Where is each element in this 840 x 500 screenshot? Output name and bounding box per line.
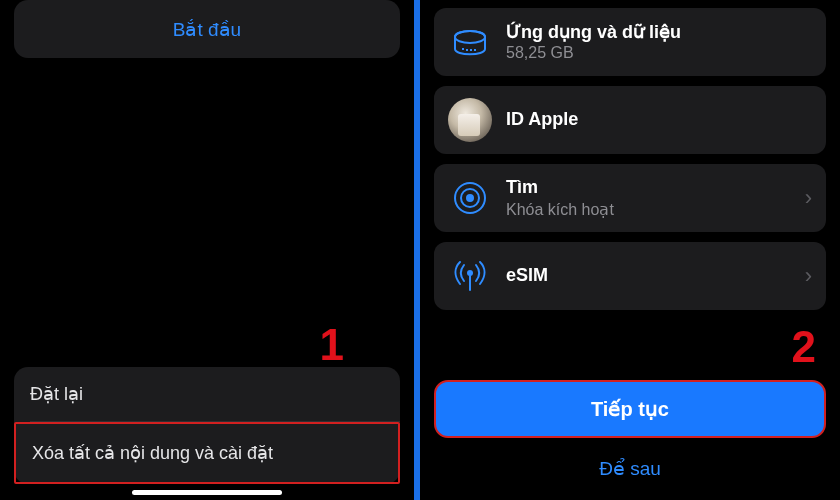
continue-label: Tiếp tục (591, 397, 669, 421)
reset-label: Đặt lại (30, 384, 83, 404)
item-title: Ứng dụng và dữ liệu (506, 22, 812, 44)
list-item-find[interactable]: Tìm Khóa kích hoạt › (434, 164, 826, 232)
later-label: Để sau (599, 458, 661, 479)
screen-1: Bắt đầu 1 Đặt lại Xóa tất cả nội dung và… (0, 0, 414, 500)
start-button[interactable]: Bắt đầu (14, 0, 400, 58)
avatar-icon (448, 98, 492, 142)
reset-option[interactable]: Đặt lại (14, 367, 400, 421)
erase-all-option[interactable]: Xóa tất cả nội dung và cài đặt (14, 422, 400, 484)
screen-2: Ứng dụng và dữ liệu 58,25 GB ID Apple (420, 0, 840, 500)
summary-list: Ứng dụng và dữ liệu 58,25 GB ID Apple (420, 0, 840, 310)
item-text: eSIM (506, 265, 799, 287)
reset-card: Đặt lại Xóa tất cả nội dung và cài đặt (14, 367, 400, 484)
item-title: eSIM (506, 265, 799, 287)
continue-wrap: Tiếp tục (434, 380, 826, 438)
list-item-esim[interactable]: eSIM › (434, 242, 826, 310)
annotation-2: 2 (792, 322, 816, 372)
svg-point-0 (455, 31, 485, 43)
erase-label: Xóa tất cả nội dung và cài đặt (32, 443, 273, 463)
item-title: Tìm (506, 177, 799, 199)
start-label: Bắt đầu (173, 18, 241, 41)
later-link[interactable]: Để sau (420, 457, 840, 480)
item-text: Tìm Khóa kích hoạt (506, 177, 799, 219)
annotation-1: 1 (320, 320, 344, 370)
item-subtitle: Khóa kích hoạt (506, 200, 799, 219)
svg-point-7 (466, 194, 474, 202)
home-indicator[interactable] (132, 490, 282, 495)
list-item-apps-data[interactable]: Ứng dụng và dữ liệu 58,25 GB (434, 8, 826, 76)
findmy-icon (448, 176, 492, 220)
item-text: ID Apple (506, 109, 812, 131)
list-item-apple-id[interactable]: ID Apple (434, 86, 826, 154)
continue-button[interactable]: Tiếp tục (434, 380, 826, 438)
cellular-icon (448, 254, 492, 298)
storage-icon (448, 20, 492, 64)
chevron-right-icon: › (805, 263, 812, 289)
item-title: ID Apple (506, 109, 812, 131)
chevron-right-icon: › (805, 185, 812, 211)
item-text: Ứng dụng và dữ liệu 58,25 GB (506, 22, 812, 63)
item-subtitle: 58,25 GB (506, 44, 812, 62)
